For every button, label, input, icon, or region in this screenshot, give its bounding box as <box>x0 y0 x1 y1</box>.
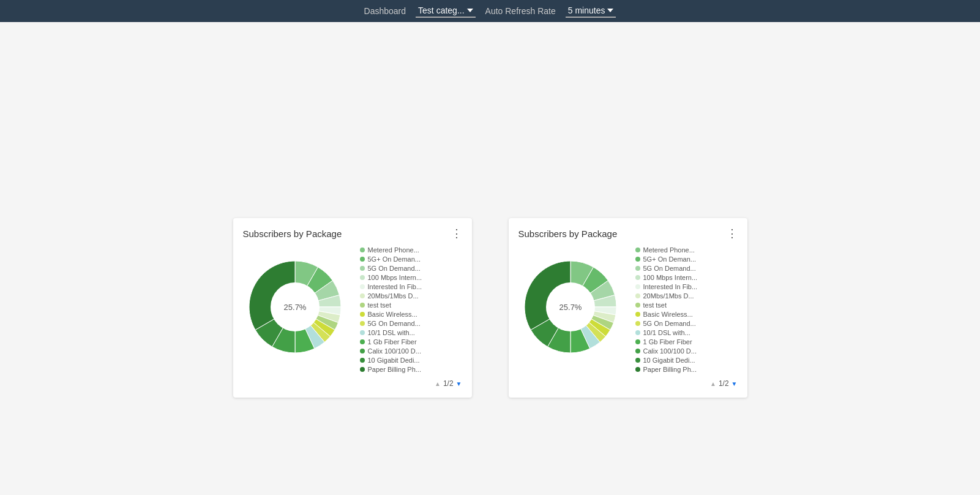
legend-item-1-14: Paper Billing Ph... <box>360 366 462 373</box>
legend-dot-1-6 <box>360 293 365 298</box>
category-section: Test categ... <box>416 4 475 18</box>
legend-dot-1-9 <box>360 321 365 326</box>
card-body-1: 25.7%Metered Phone...5G+ On Deman...5G O… <box>243 246 462 373</box>
pagination-up-1[interactable]: ▲ <box>435 380 441 387</box>
legend-item-2-9: 5G On Demand... <box>635 320 738 327</box>
legend-label-1-13: 10 Gigabit Dedi... <box>368 357 420 364</box>
legend-item-2-13: 10 Gigabit Dedi... <box>635 357 738 364</box>
legend-dot-2-6 <box>635 293 640 298</box>
pagination-down-2[interactable]: ▼ <box>731 380 738 387</box>
legend-dot-1-1 <box>360 248 365 252</box>
legend-label-1-9: 5G On Demand... <box>368 320 421 327</box>
legend-dot-2-10 <box>635 330 640 335</box>
pie-center-label-2: 25.7% <box>559 303 582 312</box>
legend-label-1-6: 20Mbs/1Mbs D... <box>368 292 419 300</box>
legend-item-2-12: Calix 100/100 D... <box>635 347 738 355</box>
pie-center-label-1: 25.7% <box>283 303 306 312</box>
legend-item-1-6: 20Mbs/1Mbs D... <box>360 292 462 300</box>
category-dropdown[interactable]: Test categ... <box>416 4 475 18</box>
legend-dot-2-1 <box>635 248 640 252</box>
chart-card-2: Subscribers by Package⋮25.7%Metered Phon… <box>509 218 747 398</box>
legend-item-1-13: 10 Gigabit Dedi... <box>360 357 462 364</box>
legend-dot-1-10 <box>360 330 365 335</box>
legend-item-2-6: 20Mbs/1Mbs D... <box>635 292 738 300</box>
card-body-2: 25.7%Metered Phone...5G+ On Deman...5G O… <box>518 246 738 373</box>
svg-marker-1 <box>607 9 613 12</box>
legend-item-2-5: Interested In Fib... <box>635 283 738 290</box>
refresh-label: Auto Refresh Rate <box>485 6 556 16</box>
legend-label-1-11: 1 Gb Fiber Fiber <box>368 338 417 346</box>
legend-item-2-11: 1 Gb Fiber Fiber <box>635 338 738 346</box>
legend-item-2-14: Paper Billing Ph... <box>635 366 738 373</box>
svg-marker-0 <box>467 9 473 12</box>
legend-dot-1-7 <box>360 303 365 308</box>
refresh-value: 5 minutes <box>568 6 605 15</box>
legend-item-1-4: 100 Mbps Intern... <box>360 274 462 281</box>
legend-label-2-13: 10 Gigabit Dedi... <box>643 357 695 364</box>
legend-label-2-5: Interested In Fib... <box>643 283 698 290</box>
refresh-dropdown[interactable]: 5 minutes <box>566 4 616 18</box>
legend-item-2-10: 10/1 DSL with... <box>635 329 738 336</box>
pie-svg-2: 25.7% <box>518 249 626 371</box>
legend-label-1-10: 10/1 DSL with... <box>368 329 415 336</box>
legend-dot-1-12 <box>360 349 365 353</box>
legend-dot-1-5 <box>360 284 365 289</box>
legend-label-2-11: 1 Gb Fiber Fiber <box>643 338 692 346</box>
legend-dot-1-13 <box>360 358 365 363</box>
legend-label-1-14: Paper Billing Ph... <box>368 366 421 373</box>
legend-item-2-1: Metered Phone... <box>635 246 738 254</box>
legend-label-2-3: 5G On Demand... <box>643 265 696 272</box>
topbar: Dashboard Test categ... Auto Refresh Rat… <box>0 0 980 22</box>
legend-dot-2-12 <box>635 349 640 353</box>
legend-label-1-4: 100 Mbps Intern... <box>368 274 422 281</box>
legend-item-1-3: 5G On Demand... <box>360 265 462 272</box>
legend-label-2-1: Metered Phone... <box>643 246 695 254</box>
legend-item-2-8: Basic Wireless... <box>635 311 738 318</box>
chart-card-1: Subscribers by Package⋮25.7%Metered Phon… <box>233 218 472 398</box>
card-menu-icon-1[interactable]: ⋮ <box>451 228 462 239</box>
legend-label-2-4: 100 Mbps Intern... <box>643 274 698 281</box>
legend-dot-2-7 <box>635 303 640 308</box>
legend-item-1-12: Calix 100/100 D... <box>360 347 462 355</box>
legend-item-1-2: 5G+ On Deman... <box>360 255 462 263</box>
legend-item-2-7: test tset <box>635 301 738 309</box>
legend-dot-1-11 <box>360 339 365 344</box>
legend-label-2-14: Paper Billing Ph... <box>643 366 697 373</box>
legend-dot-1-8 <box>360 312 365 317</box>
pagination-1: ▲1/2▼ <box>243 379 462 388</box>
legend-dot-1-2 <box>360 257 365 262</box>
legend-label-1-12: Calix 100/100 D... <box>368 347 421 355</box>
legend-item-1-10: 10/1 DSL with... <box>360 329 462 336</box>
card-title-2: Subscribers by Package <box>518 229 618 239</box>
legend-item-1-5: Interested In Fib... <box>360 283 462 290</box>
legend-item-1-7: test tset <box>360 301 462 309</box>
legend-1: Metered Phone...5G+ On Deman...5G On Dem… <box>360 246 462 373</box>
legend-label-1-1: Metered Phone... <box>368 246 419 254</box>
legend-dot-2-4 <box>635 275 640 280</box>
legend-item-1-11: 1 Gb Fiber Fiber <box>360 338 462 346</box>
legend-label-2-2: 5G+ On Deman... <box>643 255 697 263</box>
pagination-number-2: 1/2 <box>719 379 729 388</box>
legend-dot-2-3 <box>635 266 640 271</box>
main-content: Subscribers by Package⋮25.7%Metered Phon… <box>0 194 980 422</box>
legend-dot-1-4 <box>360 275 365 280</box>
legend-2: Metered Phone...5G+ On Deman...5G On Dem… <box>635 246 738 373</box>
refresh-section: 5 minutes <box>566 4 616 18</box>
card-menu-icon-2[interactable]: ⋮ <box>727 228 738 239</box>
card-header-2: Subscribers by Package⋮ <box>518 228 738 239</box>
card-title-1: Subscribers by Package <box>243 229 342 239</box>
legend-dot-2-8 <box>635 312 640 317</box>
legend-label-2-12: Calix 100/100 D... <box>643 347 697 355</box>
legend-dot-2-11 <box>635 339 640 344</box>
legend-item-1-1: Metered Phone... <box>360 246 462 254</box>
legend-item-1-8: Basic Wireless... <box>360 311 462 318</box>
legend-label-1-8: Basic Wireless... <box>368 311 417 318</box>
legend-label-1-7: test tset <box>368 301 392 309</box>
pagination-up-2[interactable]: ▲ <box>710 380 716 387</box>
pagination-down-1[interactable]: ▼ <box>456 380 462 387</box>
legend-label-2-8: Basic Wireless... <box>643 311 693 318</box>
legend-label-2-6: 20Mbs/1Mbs D... <box>643 292 694 300</box>
legend-label-1-5: Interested In Fib... <box>368 283 422 290</box>
legend-label-2-10: 10/1 DSL with... <box>643 329 690 336</box>
legend-dot-1-14 <box>360 367 365 372</box>
